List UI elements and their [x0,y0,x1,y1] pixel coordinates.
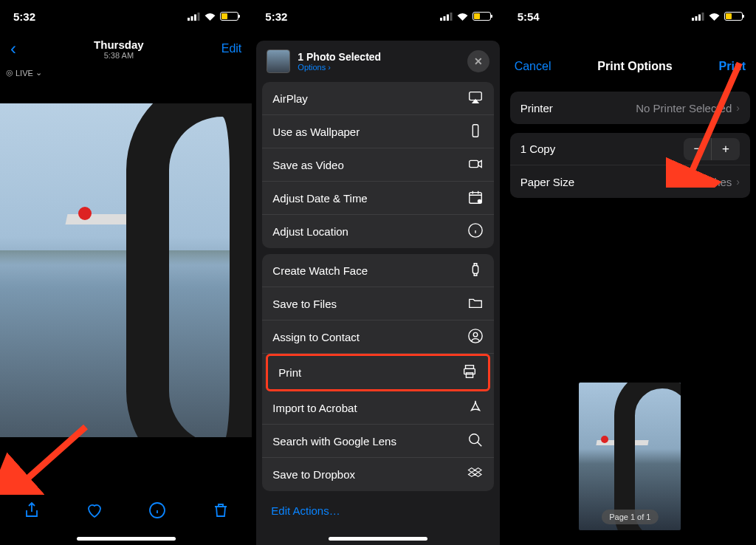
action-label: AirPlay [272,92,308,105]
preview-thumbnail: Page 1 of 1 [579,383,681,530]
status-time: 5:32 [265,10,287,23]
live-badge[interactable]: ◎ LIVE ⌄ [6,68,42,78]
folder-icon [467,295,484,313]
action-use-as-wallpaper[interactable]: Use as Wallpaper [262,115,493,148]
svg-rect-5 [440,18,442,21]
action-label: Search with Google Lens [272,435,396,448]
print-settings-group: 1 Copy − + Paper Size 4 x 6 inches› [510,133,750,198]
signal-icon [188,10,200,23]
home-indicator[interactable] [77,537,176,541]
action-label: Print [278,366,301,379]
actions-group-1: AirPlayUse as WallpaperSave as VideoAdju… [262,82,493,248]
svg-rect-23 [695,16,697,21]
share-sheet-screen: 5:32 1 Photo Selected Options › ✕ AirPla… [252,0,504,545]
action-create-watch-face[interactable]: Create Watch Face [262,254,493,287]
video-icon [467,156,484,174]
actions-group-2: Create Watch FaceSave to FilesAssign to … [262,254,493,491]
svg-rect-6 [443,16,445,21]
action-label: Use as Wallpaper [272,126,360,138]
heart-icon[interactable] [86,501,103,522]
action-search-with-google-lens[interactable]: Search with Google Lens [262,425,493,458]
stepper-minus[interactable]: − [684,138,712,160]
action-label: Save to Dropbox [272,468,355,481]
photo-viewport[interactable] [0,103,252,437]
action-label: Assign to Contact [272,331,360,343]
action-label: Save as Video [272,159,343,171]
svg-rect-11 [469,160,478,167]
signal-icon [440,10,453,23]
svg-rect-2 [194,14,196,21]
print-preview[interactable]: Page 1 of 1 [579,383,681,530]
edit-actions-button[interactable]: Edit Actions… [256,497,499,524]
action-assign-to-contact[interactable]: Assign to Contact [262,321,493,354]
printer-row[interactable]: Printer No Printer Selected› [510,92,750,124]
print-icon [461,363,478,382]
action-label: Import to Acrobat [272,402,357,414]
nav-bar: ‹ Thursday 5:38 AM Edit [0,32,252,65]
printer-group: Printer No Printer Selected› [510,92,750,124]
page-badge: Page 1 of 1 [602,510,658,524]
svg-rect-7 [447,14,449,21]
status-bar: 5:32 [252,0,504,32]
sheet-title: 1 Photo Selected [298,51,381,63]
action-import-to-acrobat[interactable]: Import to Acrobat [262,391,493,425]
action-save-to-dropbox[interactable]: Save to Dropbox [262,458,493,491]
action-adjust-date-time[interactable]: Adjust Date & Time [262,182,493,215]
svg-point-13 [477,199,481,203]
nav-bar: Cancel Print Options Print [504,50,756,83]
action-adjust-location[interactable]: Adjust Location [262,215,493,248]
wifi-icon [456,10,469,23]
wallpaper-icon [467,123,484,141]
svg-rect-3 [198,13,200,21]
action-label: Save to Files [272,298,337,310]
status-bar: 5:54 [504,0,756,32]
wifi-icon [204,10,216,23]
copies-row: 1 Copy − + [510,133,750,165]
search-icon [467,432,484,450]
status-time: 5:32 [13,10,35,23]
dropbox-icon [467,465,484,484]
paper-size-row[interactable]: Paper Size 4 x 6 inches› [510,165,750,198]
bottom-toolbar [0,493,252,530]
options-button[interactable]: Options › [298,63,381,72]
page-title: Print Options [597,60,672,73]
status-icons [440,10,491,23]
sheet-thumbnail [267,49,290,73]
sheet-header: 1 Photo Selected Options › ✕ [256,41,499,82]
status-time: 5:54 [518,10,540,23]
battery-icon [220,12,238,21]
status-icons [692,10,743,23]
back-button[interactable]: ‹ [10,38,16,59]
action-label: Adjust Date & Time [272,192,367,205]
info-icon[interactable] [148,501,166,522]
svg-rect-24 [698,14,701,21]
svg-point-16 [468,329,481,342]
print-button[interactable]: Print [719,60,746,73]
svg-rect-20 [466,373,472,377]
edit-button[interactable]: Edit [221,42,242,55]
action-save-as-video[interactable]: Save as Video [262,148,493,182]
svg-rect-0 [188,18,190,21]
cancel-button[interactable]: Cancel [515,60,551,73]
chevron-right-icon: › [736,176,740,188]
svg-rect-22 [692,18,694,21]
close-icon[interactable]: ✕ [467,50,489,72]
highlight-annotation: Print [266,354,489,391]
chevron-right-icon: › [736,102,740,114]
stepper-plus[interactable]: + [712,138,740,160]
battery-icon [472,12,491,21]
share-sheet: 1 Photo Selected Options › ✕ AirPlayUse … [256,41,499,545]
trash-icon[interactable] [212,501,230,522]
battery-icon [724,12,743,21]
share-icon[interactable] [23,501,41,522]
signal-icon [692,10,704,23]
action-print[interactable]: Print [268,356,487,389]
airplay-icon [467,89,484,108]
action-label: Adjust Location [272,225,348,238]
action-save-to-files[interactable]: Save to Files [262,287,493,321]
watch-icon [467,261,484,280]
svg-rect-25 [701,13,704,21]
svg-rect-1 [191,16,193,21]
home-indicator[interactable] [329,537,427,541]
action-airplay[interactable]: AirPlay [262,82,493,115]
